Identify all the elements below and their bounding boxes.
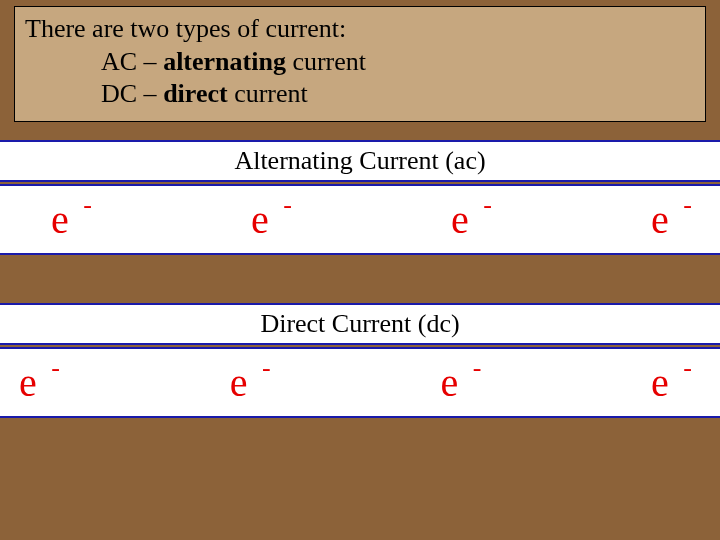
dc-section-title: Direct Current (dc)	[0, 303, 720, 345]
intro-line-dc: DC – direct current	[25, 78, 695, 111]
electron-symbol: e-	[240, 196, 280, 243]
electron-base: e	[651, 360, 669, 405]
intro-line-1: There are two types of current:	[25, 13, 695, 46]
electron-sup: -	[262, 353, 271, 383]
electron-symbol: e-	[440, 196, 480, 243]
electron-symbol: e-	[40, 196, 80, 243]
ac-electron-row: e- e- e- e-	[0, 184, 720, 255]
electron-base: e	[51, 197, 69, 242]
ac-suffix: current	[286, 47, 366, 76]
electron-symbol: e-	[640, 196, 680, 243]
electron-sup: -	[283, 190, 292, 220]
ac-bold-word: alternating	[163, 47, 286, 76]
ac-prefix: AC –	[101, 47, 163, 76]
electron-sup: -	[683, 190, 692, 220]
intro-panel: There are two types of current: AC – alt…	[14, 6, 706, 122]
electron-base: e	[451, 197, 469, 242]
electron-symbol: e-	[8, 359, 48, 406]
dc-suffix: current	[228, 79, 308, 108]
electron-base: e	[251, 197, 269, 242]
electron-symbol: e-	[640, 359, 680, 406]
electron-sup: -	[473, 353, 482, 383]
electron-base: e	[19, 360, 37, 405]
electron-sup: -	[83, 190, 92, 220]
electron-base: e	[651, 197, 669, 242]
dc-electron-row: e- e- e- e-	[0, 347, 720, 418]
dc-bold-word: direct	[163, 79, 228, 108]
electron-sup: -	[51, 353, 60, 383]
electron-symbol: e-	[429, 359, 469, 406]
electron-sup: -	[483, 190, 492, 220]
electron-symbol: e-	[219, 359, 259, 406]
electron-base: e	[230, 360, 248, 405]
ac-section-title: Alternating Current (ac)	[0, 140, 720, 182]
electron-base: e	[440, 360, 458, 405]
dc-prefix: DC –	[101, 79, 163, 108]
intro-line-ac: AC – alternating current	[25, 46, 695, 79]
electron-sup: -	[683, 353, 692, 383]
